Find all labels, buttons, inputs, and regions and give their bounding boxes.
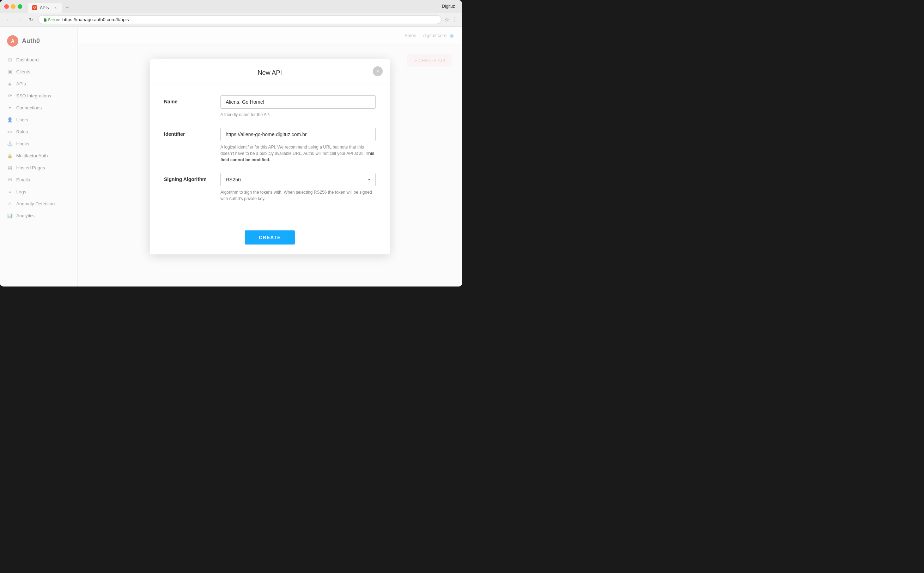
signing-algorithm-label: Signing Algorithm xyxy=(164,173,220,182)
svg-rect-0 xyxy=(44,19,46,21)
create-button[interactable]: CREATE xyxy=(245,230,295,244)
secure-badge: Secure xyxy=(44,18,60,22)
identifier-hint: A logical identifier for this API. We re… xyxy=(220,144,376,163)
sidebar-item-label: SSO Integrations xyxy=(16,93,51,99)
bookmark-button[interactable]: ☆ xyxy=(444,16,449,23)
sidebar-item-label: Clients xyxy=(16,69,30,74)
modal-title: New API xyxy=(161,69,378,77)
minimize-button[interactable] xyxy=(11,4,16,9)
sidebar-item-label: APIs xyxy=(16,81,26,86)
page-content: A Auth0 ⊞ Dashboard ▣ Clients ◈ APIs ⟳ S… xyxy=(0,27,462,286)
identifier-input[interactable] xyxy=(220,128,376,141)
identifier-form-group: Identifier A logical identifier for this… xyxy=(164,128,376,163)
hosted-icon: ▤ xyxy=(7,165,13,171)
sidebar-item-label: Hooks xyxy=(16,141,29,146)
traffic-lights xyxy=(4,4,22,9)
sidebar-item-label: Multifactor Auth xyxy=(16,153,48,158)
apis-icon: ◈ xyxy=(7,81,13,86)
sidebar-item-hooks[interactable]: ⚓ Hooks xyxy=(0,138,77,150)
tab-label: APIs xyxy=(40,5,49,10)
hooks-icon: ⚓ xyxy=(7,141,13,146)
emails-icon: ✉ xyxy=(7,177,13,182)
browser-window: 🛡 APIs × + Digituz ← → ↻ Secure https://… xyxy=(0,0,462,286)
modal-close-button[interactable]: × xyxy=(373,66,382,76)
modal-body: Name A friendly name for the API. Identi… xyxy=(150,84,390,223)
signing-algorithm-field-container: RS256 HS256 Algorithm to sign the tokens… xyxy=(220,173,376,202)
close-button[interactable] xyxy=(4,4,9,9)
maximize-button[interactable] xyxy=(18,4,22,9)
analytics-icon: 📊 xyxy=(7,213,13,218)
address-bar: ← → ↻ Secure https://manage.auth0.com/#/… xyxy=(0,13,462,27)
sidebar-item-rules[interactable]: <> Rules xyxy=(0,125,77,138)
sidebar-item-label: Hosted Pages xyxy=(16,165,45,171)
sidebar-item-label: Dashboard xyxy=(16,57,39,63)
sidebar-item-logs[interactable]: ≡ Logs xyxy=(0,186,77,197)
rules-icon: <> xyxy=(7,129,13,135)
auth0-logo-text: Auth0 xyxy=(22,38,40,45)
identifier-field-container: A logical identifier for this API. We re… xyxy=(220,128,376,163)
auth0-logo-icon: A xyxy=(7,35,18,47)
sidebar-item-hosted-pages[interactable]: ▤ Hosted Pages xyxy=(0,161,77,174)
sidebar-item-label: Anomaly Detection xyxy=(16,201,55,207)
sidebar-item-clients[interactable]: ▣ Clients xyxy=(0,66,77,78)
title-bar: 🛡 APIs × + Digituz xyxy=(0,0,462,13)
sidebar-item-label: Rules xyxy=(16,129,28,135)
sso-icon: ⟳ xyxy=(7,93,13,99)
active-tab[interactable]: 🛡 APIs × xyxy=(28,3,62,13)
forward-button[interactable]: → xyxy=(16,16,24,24)
name-input[interactable] xyxy=(220,95,376,109)
main-content: Sales digituz.core + CREATE API New API … xyxy=(78,27,462,286)
address-url: https://manage.auth0.com/#/apis xyxy=(62,17,129,22)
back-button[interactable]: ← xyxy=(4,16,13,24)
anomaly-icon: ⚠ xyxy=(7,201,13,207)
sidebar-item-anomaly[interactable]: ⚠ Anomaly Detection xyxy=(0,197,77,210)
logs-icon: ≡ xyxy=(7,189,13,194)
sidebar-item-label: Emails xyxy=(16,177,30,182)
signing-algorithm-form-group: Signing Algorithm RS256 HS256 Algorithm … xyxy=(164,173,376,202)
sidebar-item-label: Logs xyxy=(16,189,26,194)
clients-icon: ▣ xyxy=(7,69,13,74)
name-field-container: A friendly name for the API. xyxy=(220,95,376,118)
sidebar-item-analytics[interactable]: 📊 Analytics xyxy=(0,210,77,222)
sidebar-item-users[interactable]: 👤 Users xyxy=(0,114,77,125)
signing-algorithm-hint: Algorithm to sign the tokens with. When … xyxy=(220,189,376,202)
name-hint: A friendly name for the API. xyxy=(220,111,376,118)
modal-backdrop: New API × Name A friendly name for the A… xyxy=(78,27,462,286)
name-form-group: Name A friendly name for the API. xyxy=(164,95,376,118)
sidebar-item-label: Users xyxy=(16,117,28,122)
new-api-modal: New API × Name A friendly name for the A… xyxy=(150,59,390,254)
tab-bar: 🛡 APIs × + xyxy=(28,0,439,13)
secure-text: Secure xyxy=(48,18,60,22)
sidebar-item-sso[interactable]: ⟳ SSO Integrations xyxy=(0,89,77,102)
tab-favicon: 🛡 xyxy=(32,5,37,10)
tab-close-button[interactable]: × xyxy=(53,5,58,10)
sidebar: A Auth0 ⊞ Dashboard ▣ Clients ◈ APIs ⟳ S… xyxy=(0,27,78,286)
sidebar-item-label: Connections xyxy=(16,105,42,110)
multifactor-icon: 🔒 xyxy=(7,153,13,158)
more-button[interactable]: ⋮ xyxy=(452,16,458,23)
sidebar-item-label: Analytics xyxy=(16,213,34,218)
grid-icon: ⊞ xyxy=(7,57,13,63)
connections-icon: ✦ xyxy=(7,105,13,110)
modal-footer: CREATE xyxy=(150,223,390,254)
sidebar-item-connections[interactable]: ✦ Connections xyxy=(0,102,77,114)
user-label: Digituz xyxy=(442,4,458,9)
identifier-label: Identifier xyxy=(164,128,220,137)
new-tab-button[interactable]: + xyxy=(62,3,72,13)
sidebar-logo: A Auth0 xyxy=(0,33,77,54)
sidebar-item-multifactor[interactable]: 🔒 Multifactor Auth xyxy=(0,150,77,161)
name-label: Name xyxy=(164,95,220,105)
reload-button[interactable]: ↻ xyxy=(27,16,35,24)
sidebar-item-apis[interactable]: ◈ APIs xyxy=(0,78,77,89)
signing-algorithm-select[interactable]: RS256 HS256 xyxy=(220,173,376,186)
modal-header: New API × xyxy=(150,59,390,84)
sidebar-item-emails[interactable]: ✉ Emails xyxy=(0,174,77,186)
address-input[interactable]: Secure https://manage.auth0.com/#/apis xyxy=(38,15,442,24)
sidebar-item-dashboard[interactable]: ⊞ Dashboard xyxy=(0,54,77,66)
users-icon: 👤 xyxy=(7,117,13,122)
